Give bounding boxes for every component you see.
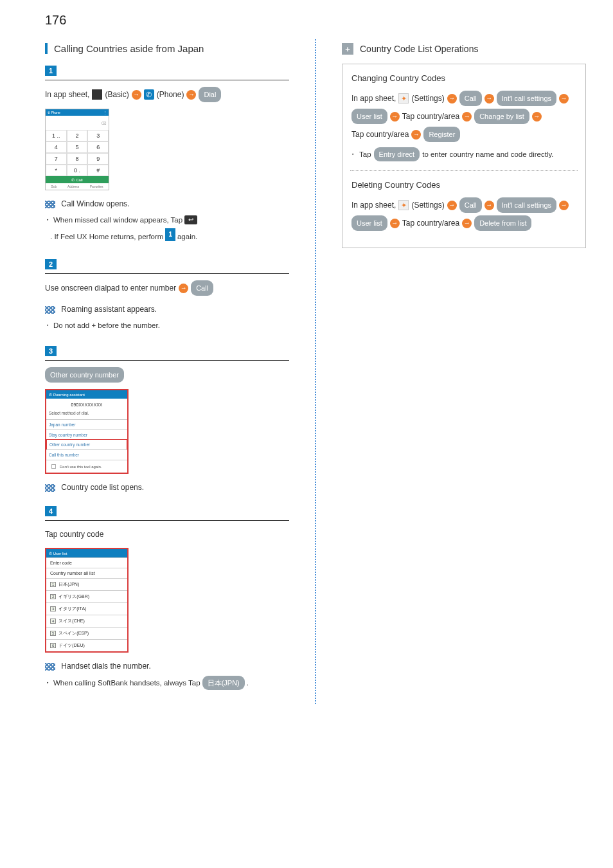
- chip-register: Register: [423, 127, 460, 142]
- call-chip: Call: [191, 280, 213, 296]
- step2-note: Do not add + before the number.: [45, 319, 289, 332]
- arrow-icon: →: [186, 90, 196, 100]
- key: 1 ..: [46, 130, 67, 141]
- arrow-icon: →: [559, 94, 569, 104]
- chip-call: Call: [459, 91, 482, 106]
- plus-icon: +: [342, 43, 353, 55]
- chip-entrydirect: Entry direct: [374, 147, 420, 161]
- step1-flow: In app sheet, (Basic) → ✆ (Phone) → Dial: [45, 87, 289, 102]
- settings-icon: ✦: [398, 200, 409, 210]
- ul-header: ✆ User list: [46, 549, 127, 557]
- arrow-icon: →: [411, 130, 421, 140]
- phone-icon: ✆: [144, 89, 154, 100]
- result-icon: [45, 663, 55, 671]
- arrow-icon: →: [390, 112, 400, 122]
- step1-note: When missed call window appears, Tap ↩ .…: [45, 213, 289, 245]
- key: 6: [87, 141, 109, 153]
- step-2: 2 Use onscreen dialpad to enter number →…: [45, 259, 289, 332]
- key: 3: [87, 130, 109, 141]
- arrow-icon: →: [484, 94, 494, 104]
- step-4: 4 Tap country code ✆ User list Enter cod…: [45, 506, 289, 690]
- user-list-screenshot: ✆ User list Enter code Country number al…: [45, 548, 129, 653]
- roaming-assistant-screenshot: ✆ Roaming assistant 090XXXXXXXX Select m…: [45, 389, 129, 474]
- arrow-icon: →: [462, 219, 472, 228]
- ra-header: ✆ Roaming assistant: [46, 390, 127, 399]
- key: 4: [46, 141, 67, 153]
- ul-row: 4スイス(CHE): [46, 615, 127, 627]
- chip-userlist: User list: [351, 109, 387, 124]
- ul-item: Country number all list: [46, 568, 127, 578]
- dialpad-grid: 1 .. 2 3 4 5 6 7 8 9 * 0 . #: [46, 130, 109, 176]
- step2-result: Roaming assistant appears.: [45, 305, 289, 314]
- step-rule: [45, 360, 289, 361]
- ul-row: 3イタリア(ITA): [46, 602, 127, 615]
- app-sheet-icon: [92, 89, 102, 100]
- step-rule: [45, 80, 289, 80]
- step1-result: Call Window opens.: [45, 199, 289, 208]
- op1-note: Tap Entry direct to enter country name a…: [351, 147, 576, 161]
- ra-item: Japan number: [46, 419, 127, 429]
- result-icon: [45, 306, 55, 314]
- step3-flow: Other country number: [45, 367, 289, 383]
- dial-chip: Dial: [199, 87, 221, 102]
- ra-item: Stay country number: [46, 429, 127, 440]
- key: *: [46, 165, 67, 176]
- ul-item: Enter code: [46, 557, 127, 568]
- shot-input: ⌫: [46, 116, 109, 130]
- arrow-icon: →: [462, 112, 472, 122]
- key: 8: [67, 153, 88, 165]
- operations-box: Changing Country Codes In app sheet, ✦ (…: [342, 64, 586, 248]
- arrow-icon: →: [447, 94, 457, 104]
- page-number: 176: [45, 13, 587, 28]
- jpn-chip: 日本(JPN): [202, 676, 245, 690]
- step-badge-3: 3: [45, 346, 57, 356]
- step4-note: When calling SoftBank handsets, always T…: [45, 676, 289, 690]
- result-icon: [45, 201, 55, 208]
- op2-title: Deleting Country Codes: [351, 180, 576, 190]
- key: 9: [87, 153, 109, 165]
- ul-row: 2イギリス(GBR): [46, 590, 127, 602]
- key: 2: [67, 130, 88, 141]
- step3-result: Country code list opens.: [45, 483, 289, 492]
- key: 0 .: [67, 165, 88, 176]
- other-country-chip: Other country number: [45, 367, 124, 383]
- checkbox-icon: [51, 464, 56, 469]
- arrow-icon: →: [132, 90, 141, 100]
- result-icon: [45, 484, 55, 492]
- step-badge-2: 2: [45, 259, 57, 269]
- ra-label: Select method of dial.: [46, 408, 127, 419]
- ra-item: Call this number: [46, 449, 127, 460]
- chip-deletefromlist: Delete from list: [474, 215, 531, 231]
- step-1: 1 In app sheet, (Basic) → ✆ (Phone) → Di…: [45, 66, 289, 245]
- ra-item-selected: Other country number: [46, 439, 127, 450]
- arrow-icon: →: [532, 112, 542, 122]
- shot-title: ✆ Phone: [48, 111, 60, 114]
- chip-userlist: User list: [351, 215, 387, 231]
- op2-flow: In app sheet, ✦ (Settings) → Call → Int'…: [351, 197, 576, 231]
- arrow-icon: →: [447, 201, 457, 210]
- chip-intl: Int'l call settings: [497, 197, 556, 213]
- step-3: 3 Other country number ✆ Roaming assista…: [45, 346, 289, 492]
- shot-footer: Sub Address Favorites: [46, 183, 109, 190]
- ul-row: 5スペイン(ESP): [46, 627, 127, 639]
- arrow-icon: →: [390, 219, 400, 228]
- ul-row: 6ドイツ(DEU): [46, 639, 127, 651]
- arrow-icon: →: [559, 201, 569, 210]
- operations-header: + Country Code List Operations: [342, 43, 586, 55]
- step4-flow: Tap country code: [45, 527, 289, 541]
- chip-changebylist: Change by list: [474, 109, 529, 124]
- step-badge-1: 1: [45, 66, 57, 76]
- key: #: [87, 165, 109, 176]
- arrow-icon: →: [179, 284, 188, 293]
- shot-menu-icon: ⋮: [103, 111, 107, 114]
- step-rule: [45, 273, 289, 274]
- step4-result: Handset dials the number.: [45, 662, 289, 671]
- step2-flow: Use onscreen dialpad to enter number → C…: [45, 280, 289, 296]
- column-divider: [315, 39, 316, 704]
- text: (Phone): [157, 87, 184, 102]
- op-separator: [350, 170, 578, 171]
- right-column: + Country Code List Operations Changing …: [342, 39, 586, 704]
- chip-call: Call: [459, 197, 482, 213]
- step-badge-4: 4: [45, 506, 57, 516]
- op1-flow: In app sheet, ✦ (Settings) → Call → Int'…: [351, 91, 576, 142]
